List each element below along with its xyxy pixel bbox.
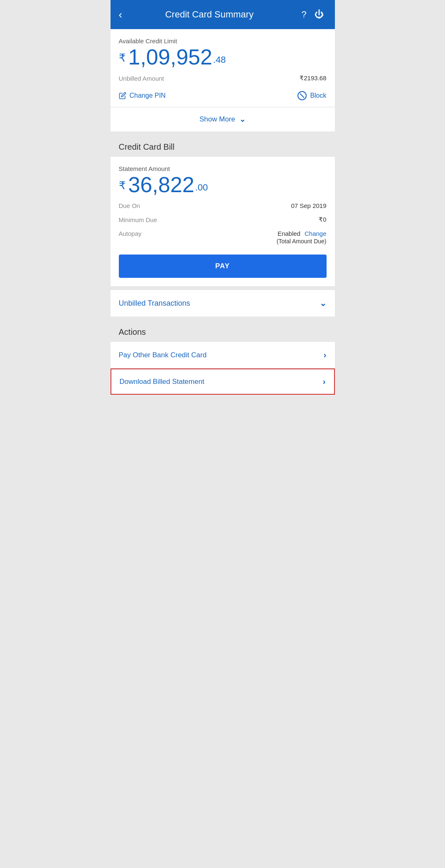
autopay-label: Autopay [119, 230, 142, 237]
pay-other-bank-chevron-icon: › [324, 350, 327, 360]
statement-amount: ₹ 36,822 .00 [119, 174, 327, 195]
header: ‹ Credit Card Summary ? ⏻ [111, 0, 335, 29]
due-on-row: Due On 07 Sep 2019 [119, 202, 327, 209]
pay-other-bank-label: Pay Other Bank Credit Card [119, 351, 207, 359]
credit-card-bill-title: Credit Card Bill [119, 142, 175, 151]
power-icon[interactable]: ⏻ [312, 9, 327, 20]
show-more-label: Show More [199, 115, 235, 124]
autopay-row: Autopay Enabled Change (Total Amount Due… [119, 230, 327, 245]
credit-amount-decimal: .48 [213, 54, 226, 65]
bill-amount-main: 36,822 [128, 174, 194, 195]
credit-card-bill-header: Credit Card Bill [111, 135, 335, 157]
actions-title: Actions [119, 327, 146, 336]
minimum-due-label: Minimum Due [119, 216, 157, 223]
block-label: Block [310, 92, 326, 99]
pay-other-bank-item[interactable]: Pay Other Bank Credit Card › [111, 342, 335, 368]
autopay-value-block: Enabled Change (Total Amount Due) [277, 230, 327, 245]
minimum-due-row: Minimum Due ₹0 [119, 216, 327, 223]
statement-amount-label: Statement Amount [119, 165, 327, 172]
unbilled-amount-label: Unbilled Amount [119, 75, 164, 82]
autopay-change-link[interactable]: Change [305, 230, 327, 237]
unbilled-amount-value: ₹2193.68 [300, 74, 326, 82]
available-credit-limit-label: Available Credit Limit [119, 37, 327, 45]
unbilled-transactions-section[interactable]: Unbilled Transactions ⌄ [111, 289, 335, 320]
pay-button[interactable]: PAY [119, 255, 327, 278]
autopay-status: Enabled [278, 230, 300, 237]
unbilled-amount-row: Unbilled Amount ₹2193.68 [119, 74, 327, 82]
change-pin-button[interactable]: Change PIN [119, 92, 166, 99]
available-credit-amount: ₹ 1,09,952 .48 [119, 46, 327, 68]
unbilled-transactions-title: Unbilled Transactions [119, 299, 190, 308]
block-diagonal [300, 93, 305, 98]
help-icon[interactable]: ? [297, 9, 312, 20]
download-billed-statement-item[interactable]: Download Billed Statement › [111, 368, 335, 395]
download-billed-statement-chevron-icon: › [323, 377, 326, 386]
bill-section: Statement Amount ₹ 36,822 .00 Due On 07 … [111, 157, 335, 286]
actions-header: Actions [111, 320, 335, 342]
autopay-top: Enabled Change [278, 230, 327, 237]
show-more-section[interactable]: Show More ⌄ [111, 107, 335, 135]
bill-rupee-symbol: ₹ [119, 179, 126, 192]
autopay-sub-text: (Total Amount Due) [277, 238, 327, 245]
card-action-row: Change PIN Block [119, 89, 327, 100]
chevron-down-icon: ⌄ [239, 115, 246, 124]
pencil-icon [119, 92, 126, 99]
credit-limit-section: Available Credit Limit ₹ 1,09,952 .48 Un… [111, 29, 335, 107]
due-on-label: Due On [119, 202, 140, 209]
minimum-due-value: ₹0 [319, 216, 326, 223]
block-icon [297, 91, 307, 100]
download-billed-statement-label: Download Billed Statement [120, 378, 204, 386]
due-on-value: 07 Sep 2019 [291, 202, 326, 209]
page-title: Credit Card Summary [122, 9, 296, 20]
unbilled-chevron-down-icon: ⌄ [320, 298, 327, 308]
change-pin-label: Change PIN [130, 92, 166, 99]
credit-amount-main: 1,09,952 [128, 46, 212, 68]
back-icon[interactable]: ‹ [119, 8, 123, 21]
block-button[interactable]: Block [297, 91, 326, 100]
rupee-symbol: ₹ [119, 52, 126, 64]
bill-amount-decimal: .00 [195, 182, 208, 193]
